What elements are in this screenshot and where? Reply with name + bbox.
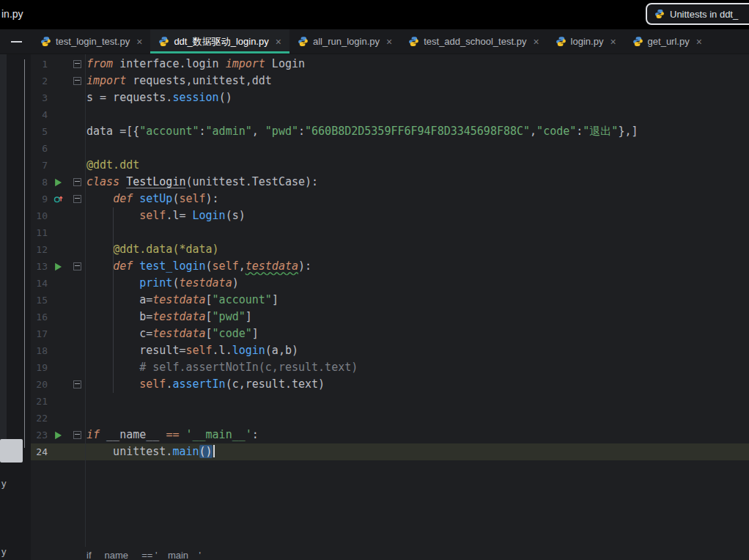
text-caret xyxy=(213,445,215,457)
code-token: setUp xyxy=(139,192,172,205)
code-token: b= xyxy=(86,310,152,323)
code-line-text[interactable]: data =[{"account":"admin", "pwd":"660B8D… xyxy=(85,123,638,140)
editor-tab[interactable]: test_add_school_test.py× xyxy=(400,29,547,54)
close-tab-icon[interactable]: × xyxy=(533,36,539,48)
python-file-icon xyxy=(408,36,419,47)
code-token: @ddt.ddt xyxy=(86,158,139,172)
line-number: 19 xyxy=(31,359,48,376)
gutter-spacer xyxy=(48,325,69,342)
code-line-text[interactable]: def test_login(self,testdata): xyxy=(85,258,311,275)
gutter-spacer xyxy=(48,106,69,123)
gutter-spacer xyxy=(69,342,85,359)
close-tab-icon[interactable]: × xyxy=(386,36,392,48)
run-test-icon[interactable] xyxy=(48,427,69,443)
code-token: },] xyxy=(618,125,638,138)
run-test-icon[interactable] xyxy=(48,258,69,275)
close-tab-icon[interactable]: × xyxy=(136,36,142,48)
code-token: test_login xyxy=(139,259,205,273)
code-token: (c,result.text) xyxy=(226,377,325,391)
code-line-text[interactable]: b=testdata["pwd"] xyxy=(85,309,252,325)
unittest-run-config-icon xyxy=(654,9,665,19)
editor-tab[interactable]: test_login_test.py× xyxy=(32,29,150,54)
minus-icon xyxy=(11,41,22,43)
code-token: assertIn xyxy=(172,377,225,391)
gutter-spacer xyxy=(48,241,69,258)
code-token: : xyxy=(252,428,259,441)
editor-tab[interactable]: get_url.py× xyxy=(624,29,710,54)
code-line-text[interactable]: s = requests.session() xyxy=(85,89,232,106)
line-number: 21 xyxy=(31,393,48,410)
gutter-spacer xyxy=(69,224,85,241)
code-editor[interactable]: 1from interface.login import Login2impor… xyxy=(31,54,749,547)
line-number: 5 xyxy=(31,123,48,140)
hide-tab-strip-button[interactable] xyxy=(0,29,32,54)
code-token: self xyxy=(139,209,166,222)
fold-marker-icon[interactable] xyxy=(73,77,81,85)
code-line-text[interactable]: self.l= Login(s) xyxy=(85,207,246,224)
run-config-selector[interactable]: Unittests in ddt_ xyxy=(646,3,749,25)
code-token: import xyxy=(86,74,126,87)
line-number: 16 xyxy=(31,309,48,325)
editor-tab[interactable]: ddt_数据驱动_login.py× xyxy=(150,29,289,54)
code-token: "admin" xyxy=(206,125,252,138)
code-token: : xyxy=(199,125,206,138)
code-line-text[interactable]: a=testdata["account"] xyxy=(85,292,278,309)
code-line-text[interactable]: @ddt.data(*data) xyxy=(85,241,219,258)
code-line-text[interactable]: if __name__ == '__main__': xyxy=(85,427,259,443)
close-tab-icon[interactable]: × xyxy=(696,36,702,48)
fold-marker-icon[interactable] xyxy=(73,60,81,68)
fold-marker-icon[interactable] xyxy=(73,178,81,186)
code-line-text[interactable]: print(testdata) xyxy=(85,275,239,292)
code-token: unittest. xyxy=(86,445,172,458)
code-line: 18 result=self.l.login(a,b) xyxy=(31,342,749,359)
code-lines: 1from interface.login import Login2impor… xyxy=(31,54,749,460)
fold-marker-cell xyxy=(69,174,85,191)
code-line-text[interactable]: import requests,unittest,ddt xyxy=(85,73,272,89)
code-token: Login xyxy=(265,57,305,70)
code-token: , xyxy=(239,259,246,273)
breadcrumb-text[interactable]: if __name__ == '__main__' xyxy=(86,548,201,560)
fold-marker-icon[interactable] xyxy=(73,262,81,270)
code-token: data =[{ xyxy=(86,125,139,138)
code-line-text[interactable]: # self.assertNotIn(c,result.text) xyxy=(85,359,358,376)
code-line-text[interactable]: self.assertIn(c,result.text) xyxy=(85,376,325,393)
code-line-text[interactable]: from interface.login import Login xyxy=(85,56,305,73)
stripe-partial-label[interactable]: y xyxy=(1,546,7,557)
code-line-text[interactable]: c=testdata["code"] xyxy=(85,325,259,342)
code-line-text[interactable]: result=self.l.login(a,b) xyxy=(85,342,298,359)
fold-marker-icon[interactable] xyxy=(73,195,81,203)
code-line-text[interactable]: class TestLogin(unittest.TestCase): xyxy=(85,174,318,191)
code-line-text[interactable]: @ddt.ddt xyxy=(85,157,139,174)
editor-tab[interactable]: all_run_login.py× xyxy=(289,29,400,54)
close-tab-icon[interactable]: × xyxy=(276,36,281,48)
close-tab-icon[interactable]: × xyxy=(610,36,616,48)
code-token: ] xyxy=(246,310,252,323)
code-token: self xyxy=(185,344,212,357)
stripe-highlight-block[interactable] xyxy=(0,439,23,463)
code-token: requests,unittest,ddt xyxy=(126,74,272,87)
editor-tab[interactable]: login.py× xyxy=(547,29,624,54)
code-line: 17 c=testdata["code"] xyxy=(31,325,749,342)
stripe-partial-label[interactable]: y xyxy=(1,478,7,489)
code-line-text[interactable]: def setUp(self): xyxy=(85,191,219,207)
run-test-icon[interactable] xyxy=(48,174,69,191)
gutter-spacer xyxy=(69,309,85,325)
gutter-spacer xyxy=(69,410,85,427)
code-line-text[interactable]: unittest.main() xyxy=(85,443,215,460)
code-token: "pwd" xyxy=(213,310,246,323)
override-method-icon[interactable] xyxy=(48,191,69,207)
fold-marker-icon[interactable] xyxy=(73,380,81,388)
code-line: 7@ddt.ddt xyxy=(31,157,749,174)
code-token: __name__ xyxy=(100,428,166,441)
code-token: main xyxy=(172,445,199,458)
code-token: Login xyxy=(193,209,226,222)
gutter-spacer xyxy=(48,292,69,309)
code-token: ] xyxy=(252,327,259,340)
fold-marker-icon[interactable] xyxy=(73,431,81,439)
gutter-spacer xyxy=(69,207,85,224)
code-token: "退出" xyxy=(583,125,618,138)
code-token: def xyxy=(113,259,133,273)
gutter-spacer xyxy=(48,157,69,174)
line-number: 18 xyxy=(31,342,48,359)
line-number: 11 xyxy=(31,224,48,241)
